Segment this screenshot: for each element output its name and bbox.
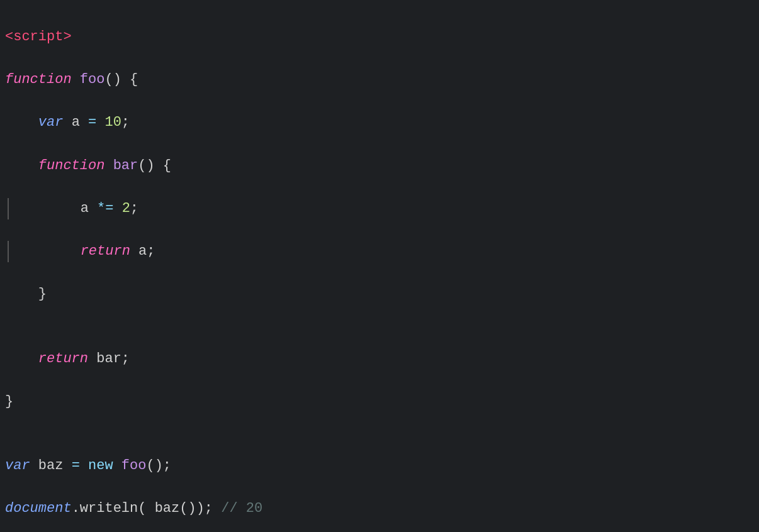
line-10: }	[5, 391, 759, 413]
line-7: }	[5, 284, 759, 305]
line-5: a *= 2;	[5, 198, 759, 219]
line-12: var baz = new foo();	[5, 455, 759, 477]
line-1: <script>	[5, 26, 759, 48]
line-4: function bar() {	[5, 155, 759, 177]
line-6: return a;	[5, 241, 759, 262]
line-3: var a = 10;	[5, 112, 759, 133]
code-editor: <script> function foo() { var a = 10; fu…	[5, 5, 759, 532]
line-13: document.writeln( baz()); // 20	[5, 498, 759, 519]
line-2: function foo() {	[5, 69, 759, 91]
line-9: return bar;	[5, 348, 759, 370]
